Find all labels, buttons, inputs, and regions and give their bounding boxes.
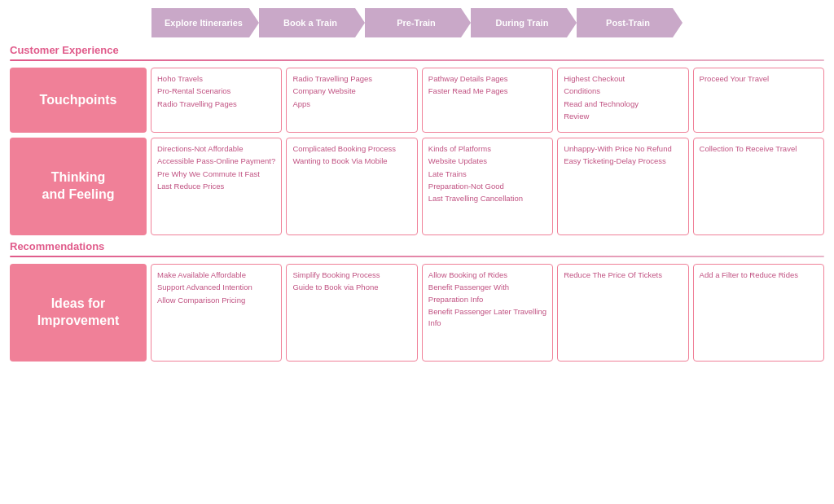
ideas-cell-5: Add a Filter to Reduce Rides [693,264,824,362]
ideas-cell-3: Allow Booking of Rides Benefit Passenger… [422,264,553,362]
arrow-during[interactable]: During Train [471,8,577,37]
thinking-cell-1: Directions-Not Affordable Accessible Pas… [151,138,282,235]
nav-step-2: Book a Train [259,8,365,37]
recommendations-label: Recommendations [10,240,824,252]
ideas-cell-4: Reduce The Price Of Tickets [557,264,688,362]
main-container: Explore Itineraries Book a Train Pre-Tra… [0,0,834,504]
thinking-cell-5: Collection To Receive Travel [693,138,824,235]
arrow-pretrain[interactable]: Pre-Train [365,8,471,37]
ideas-header: Ideas forImprovement [10,264,147,362]
nav-step-3: Pre-Train [365,8,471,37]
arrow-explore[interactable]: Explore Itineraries [151,8,259,37]
touchpoints-cell-3: Pathway Details Pages Faster Read Me Pag… [422,68,553,133]
nav-step-4: During Train [471,8,577,37]
thinking-cell-3: Kinds of Platforms Website Updates Late … [422,138,553,235]
ideas-cell-1: Make Available Affordable Support Advanc… [151,264,282,362]
touchpoints-cell-4: Highest Checkout Conditions Read and Tec… [557,68,688,133]
touchpoints-cell-5: Proceed Your Travel [693,68,824,133]
experience-divider [10,59,824,61]
recommendations-divider [10,256,824,257]
customer-experience-label: Customer Experience [10,44,824,56]
touchpoints-header: Touchpoints [10,68,147,133]
thinking-header: Thinkingand Feeling [10,138,147,235]
touchpoints-cell-1: Hoho Travels Pro-Rental Scenarios Radio … [151,68,282,133]
thinking-cell-4: Unhappy-With Price No Refund Easy Ticket… [557,138,688,235]
nav-step-1: Explore Itineraries [151,8,259,37]
thinking-row: Thinkingand Feeling Directions-Not Affor… [10,138,824,235]
arrow-post[interactable]: Post-Train [577,8,683,37]
nav-step-5: Post-Train [577,8,683,37]
touchpoints-row: Touchpoints Hoho Travels Pro-Rental Scen… [10,68,824,133]
arrow-book[interactable]: Book a Train [259,8,365,37]
ideas-cell-2: Simplify Booking Process Guide to Book v… [286,264,417,362]
ideas-row: Ideas forImprovement Make Available Affo… [10,264,824,362]
thinking-cell-2: Complicated Booking Process Wanting to B… [286,138,417,235]
journey-nav: Explore Itineraries Book a Train Pre-Tra… [10,8,824,37]
touchpoints-cell-2: Radio Travelling Pages Company Website A… [286,68,417,133]
